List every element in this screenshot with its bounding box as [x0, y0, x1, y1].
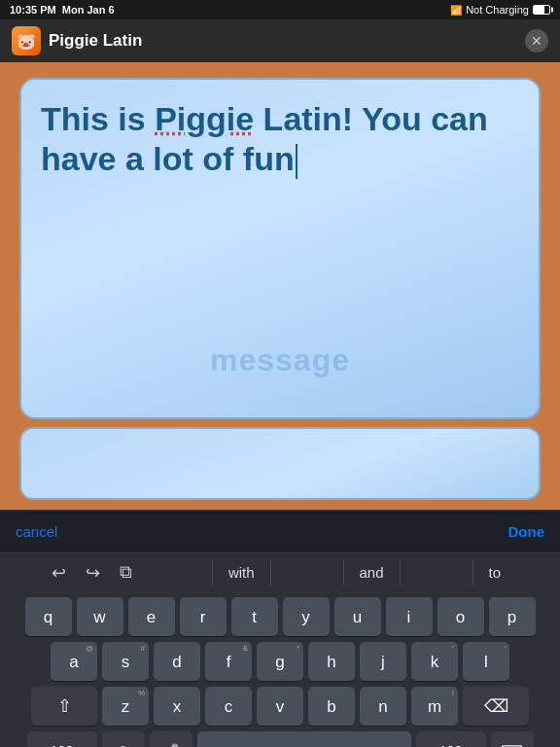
numbers-key-right[interactable]: 123	[416, 731, 486, 747]
key-row-2: @a #s d &f *g h j "k 'l	[4, 642, 556, 681]
title-area: 🐷 Piggie Latin	[12, 26, 142, 55]
key-x[interactable]: x	[154, 687, 200, 726]
edit-icons: ↩ ↪ ⧉	[44, 558, 140, 587]
key-row-3: ⇧ %z x c v b n !m ⌫	[4, 687, 556, 726]
backspace-key[interactable]: ⌫	[463, 687, 529, 726]
text-display-box[interactable]: This is Piggie Latin! You can have a lot…	[19, 78, 541, 419]
key-h[interactable]: h	[308, 642, 355, 681]
key-q[interactable]: q	[25, 597, 72, 636]
placeholder-watermark: message	[210, 342, 350, 378]
autocomplete-bar: ↩ ↪ ⧉ with and to	[0, 552, 560, 591]
app-title: Piggie Latin	[49, 31, 142, 51]
key-a[interactable]: @a	[51, 642, 97, 681]
close-button[interactable]: ✕	[525, 29, 548, 53]
key-l[interactable]: 'l	[463, 642, 509, 681]
key-b[interactable]: b	[308, 687, 355, 726]
status-bar: 10:35 PM Mon Jan 6 📶 Not Charging	[0, 0, 560, 19]
keyboard-key[interactable]: ⌨	[491, 731, 534, 747]
cancel-button[interactable]: cancel	[16, 523, 57, 540]
text-cursor	[296, 144, 298, 179]
paste-icon[interactable]: ⧉	[112, 558, 140, 587]
piggie-word: Piggie	[155, 100, 254, 137]
wifi-icon: 📶	[450, 5, 462, 16]
output-box[interactable]	[19, 427, 541, 500]
status-indicators: 📶 Not Charging	[450, 4, 550, 16]
title-bar: 🐷 Piggie Latin ✕	[0, 19, 560, 62]
key-p[interactable]: p	[489, 597, 536, 636]
key-y[interactable]: y	[283, 597, 330, 636]
key-g[interactable]: *g	[257, 642, 303, 681]
key-m[interactable]: !m	[411, 687, 458, 726]
key-f[interactable]: &f	[205, 642, 252, 681]
key-t[interactable]: t	[231, 597, 278, 636]
key-v[interactable]: v	[257, 687, 303, 726]
battery-icon	[533, 5, 550, 15]
key-j[interactable]: j	[360, 642, 406, 681]
key-e[interactable]: e	[128, 597, 175, 636]
key-i[interactable]: i	[386, 597, 433, 636]
app-area: This is Piggie Latin! You can have a lot…	[0, 62, 560, 510]
key-w[interactable]: w	[77, 597, 123, 636]
autocomplete-and[interactable]: and	[343, 560, 401, 585]
keyboard-rows: q w e r t y u i o p @a #s d &f *g h j "k…	[0, 591, 560, 747]
keyboard-area: cancel Done ↩ ↪ ⧉ with and to q w e r t …	[0, 510, 560, 747]
key-u[interactable]: u	[334, 597, 381, 636]
key-k[interactable]: "k	[411, 642, 458, 681]
app-icon: 🐷	[12, 26, 41, 55]
done-button[interactable]: Done	[508, 523, 545, 540]
key-row-4: 123 ☺ 🎤 123 ⌨	[4, 731, 556, 747]
key-r[interactable]: r	[180, 597, 227, 636]
numbers-key[interactable]: 123	[27, 731, 97, 747]
main-text: This is Piggie Latin! You can have a lot…	[41, 99, 519, 179]
key-c[interactable]: c	[205, 687, 252, 726]
shift-key[interactable]: ⇧	[31, 687, 97, 726]
mic-key[interactable]: 🎤	[150, 731, 192, 747]
redo-icon[interactable]: ↪	[78, 558, 108, 587]
space-key[interactable]	[197, 731, 411, 747]
autocomplete-with[interactable]: with	[212, 560, 271, 585]
key-s[interactable]: #s	[102, 642, 149, 681]
autocomplete-to[interactable]: to	[472, 560, 517, 585]
battery-label: Not Charging	[466, 4, 529, 16]
undo-icon[interactable]: ↩	[44, 558, 74, 587]
emoji-key[interactable]: ☺	[102, 731, 145, 747]
action-bar: cancel Done	[0, 510, 560, 552]
status-time-date: 10:35 PM Mon Jan 6	[10, 4, 115, 16]
key-n[interactable]: n	[360, 687, 406, 726]
key-row-1: q w e r t y u i o p	[4, 597, 556, 636]
key-d[interactable]: d	[154, 642, 200, 681]
key-o[interactable]: o	[438, 597, 484, 636]
key-z[interactable]: %z	[102, 687, 149, 726]
